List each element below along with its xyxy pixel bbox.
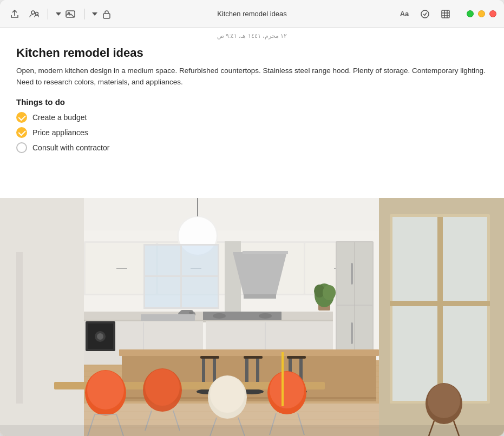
todo-checkbox-1[interactable] (16, 112, 27, 123)
note-description: Open, modern kitchen design in a medium … (16, 65, 488, 88)
todo-list: Create a budget Price appliances Consult… (16, 112, 488, 153)
svg-rect-126 (0, 198, 504, 436)
maximize-button[interactable] (467, 10, 474, 17)
svg-rect-4 (103, 14, 110, 18)
titlebar-right-controls: Aa (396, 7, 496, 21)
close-button[interactable] (489, 10, 496, 17)
note-title: Kitchen remodel ideas (16, 46, 488, 60)
section-heading: Things to do (16, 97, 488, 107)
image-dropdown-chevron[interactable] (55, 7, 62, 21)
lock-group (91, 7, 114, 21)
todo-text-3: Consult with contractor (32, 143, 109, 152)
window-title: Kitchen remodel ideas (217, 10, 287, 18)
image-icon[interactable] (63, 7, 77, 21)
titlebar: Kitchen remodel ideas Aa (0, 0, 504, 28)
svg-point-5 (421, 10, 429, 18)
app-window: Kitchen remodel ideas Aa (0, 0, 504, 436)
image-group (55, 7, 77, 21)
minimize-button[interactable] (478, 10, 485, 17)
svg-rect-6 (442, 10, 449, 18)
note-body: Kitchen remodel ideas Open, modern kitch… (0, 42, 504, 198)
kitchen-image (0, 198, 504, 436)
todo-item-1: Create a budget (16, 112, 488, 123)
todo-item-2: Price appliances (16, 127, 488, 138)
divider-2 (84, 9, 84, 19)
font-label: Aa (400, 10, 409, 18)
collaboration-icon[interactable] (27, 7, 41, 21)
lock-dropdown-chevron[interactable] (91, 7, 99, 21)
todo-text-1: Create a budget (32, 113, 87, 122)
font-button[interactable]: Aa (396, 7, 413, 21)
titlebar-left-controls (8, 7, 114, 21)
todo-checkbox-2[interactable] (16, 127, 27, 138)
checklist-button[interactable] (417, 7, 433, 21)
table-button[interactable] (437, 7, 454, 21)
todo-text-2: Price appliances (32, 128, 88, 137)
note-content: ١٢ محرم، ١٤٤١ هـ، ٩:٤١ ص Kitchen remodel… (0, 28, 504, 436)
svg-point-1 (36, 12, 38, 15)
todo-checkbox-3[interactable] (16, 142, 27, 153)
todo-item-3: Consult with contractor (16, 142, 488, 153)
share-icon[interactable] (8, 7, 22, 21)
svg-point-0 (31, 11, 35, 14)
lock-icon[interactable] (100, 7, 114, 21)
traffic-lights (467, 10, 496, 17)
kitchen-scene (0, 198, 504, 436)
note-date: ١٢ محرم، ١٤٤١ هـ، ٩:٤١ ص (0, 28, 504, 42)
divider-1 (48, 9, 48, 19)
